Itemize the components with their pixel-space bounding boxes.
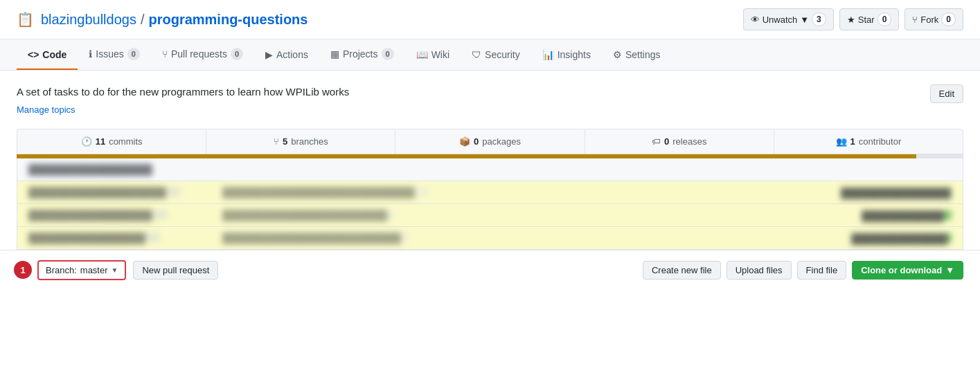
bottom-left: Branch: master ▼ New pull request xyxy=(37,260,218,280)
file-table-header-row: ██████████████████ xyxy=(17,158,963,181)
repo-name-link[interactable]: programming-questions xyxy=(148,12,308,28)
file-name-placeholder: ██████████████████ xyxy=(28,210,167,219)
tab-actions-label: Actions xyxy=(276,49,308,60)
branch-label: Branch: xyxy=(46,265,77,275)
fork-count: 0 xyxy=(941,12,956,26)
clone-label: Clone or download xyxy=(861,265,942,275)
upload-files-button[interactable]: Upload files xyxy=(727,261,792,280)
watch-count: 3 xyxy=(812,12,826,26)
step-badge: 1 xyxy=(14,261,32,279)
file-date-cell: ██████████████ xyxy=(813,233,952,243)
file-date-placeholder: ████████████████ xyxy=(841,188,952,197)
file-date-cell: ████████████████ xyxy=(813,188,952,197)
watch-button[interactable]: 👁 Unwatch ▼ 3 xyxy=(743,8,834,30)
releases-label: releases xyxy=(672,136,706,147)
file-date-placeholder: ████████████ xyxy=(862,210,952,220)
table-row: ████████████████████ ███████████████████… xyxy=(17,181,963,204)
bottom-right: Create new file Upload files Find file C… xyxy=(643,261,963,280)
file-message-cell: ██████████████████████████ xyxy=(222,232,813,244)
packages-stat[interactable]: 📦 0 packages xyxy=(395,129,585,154)
tab-projects[interactable]: ▦ Projects 0 xyxy=(319,39,405,70)
watch-label: Unwatch xyxy=(763,15,798,25)
contributors-icon: 👥 xyxy=(836,136,847,147)
insights-icon: 📊 xyxy=(542,49,554,60)
settings-icon: ⚙ xyxy=(613,49,622,60)
tab-insights[interactable]: 📊 Insights xyxy=(531,41,602,70)
tab-settings-label: Settings xyxy=(625,49,661,60)
repo-description: A set of tasks to do for the new program… xyxy=(17,84,919,115)
star-button[interactable]: ★ Star 0 xyxy=(839,8,900,30)
tab-wiki[interactable]: 📖 Wiki xyxy=(405,41,461,70)
contributors-count: 1 xyxy=(850,136,855,147)
file-date-cell: ████████████ xyxy=(813,210,952,220)
file-name-placeholder: █████████████████ xyxy=(28,232,160,242)
releases-stat[interactable]: 🏷 0 releases xyxy=(585,129,774,154)
tab-issues-label: Issues xyxy=(96,48,123,60)
file-name-cell: ██████████████████ xyxy=(28,210,222,221)
table-row: ██████████████████ █████████████████████… xyxy=(17,204,963,227)
repo-description-text: A set of tasks to do for the new program… xyxy=(17,84,919,100)
file-name-cell: ████████████████████ xyxy=(28,187,222,198)
packages-label: packages xyxy=(482,136,521,147)
tab-code[interactable]: <> Code xyxy=(17,41,78,70)
create-new-file-button[interactable]: Create new file xyxy=(643,261,721,280)
tab-wiki-label: Wiki xyxy=(431,49,449,60)
code-icon: <> xyxy=(28,49,39,60)
tab-pr-label: Pull requests xyxy=(171,48,227,60)
page-wrapper: 📋 blazingbulldogs / programming-question… xyxy=(0,0,980,384)
commits-stat[interactable]: 🕐 11 commits xyxy=(17,129,206,154)
contributors-stat[interactable]: 👥 1 contributor xyxy=(774,129,963,154)
file-message-cell: ████████████████████████ xyxy=(222,210,813,221)
file-date-placeholder: ██████████████ xyxy=(851,233,952,243)
tab-security-label: Security xyxy=(485,49,520,60)
tab-issues[interactable]: ℹ Issues 0 xyxy=(78,39,151,70)
branch-selector-button[interactable]: Branch: master ▼ xyxy=(37,260,126,280)
fork-label: Fork xyxy=(920,15,938,25)
releases-count: 0 xyxy=(664,136,669,147)
find-file-button[interactable]: Find file xyxy=(797,261,847,280)
header-name-cell: ██████████████████ xyxy=(28,164,222,175)
tab-code-label: Code xyxy=(42,49,66,60)
tab-security[interactable]: 🛡 Security xyxy=(461,41,531,70)
eye-icon: 👁 xyxy=(751,15,760,25)
packages-icon: 📦 xyxy=(459,136,470,147)
repo-separator: / xyxy=(141,12,145,28)
file-table: ██████████████████ ████████████████████ … xyxy=(17,158,963,250)
tab-pull-requests[interactable]: ⑂ Pull requests 0 xyxy=(151,39,254,70)
tab-insights-label: Insights xyxy=(558,49,591,60)
edit-button[interactable]: Edit xyxy=(930,84,963,103)
bottom-left-wrapper: 1 Branch: master ▼ New pull request xyxy=(17,260,218,280)
commits-icon: 🕐 xyxy=(81,136,92,147)
repo-description-area: A set of tasks to do for the new program… xyxy=(0,71,980,122)
pr-badge: 0 xyxy=(231,48,243,60)
issues-badge: 0 xyxy=(127,48,140,60)
branch-dropdown-icon: ▼ xyxy=(112,266,118,274)
fork-button[interactable]: ⑂ Fork 0 xyxy=(905,8,963,30)
repo-icon: 📋 xyxy=(17,11,34,28)
new-pull-request-button[interactable]: New pull request xyxy=(133,261,218,280)
branches-stat[interactable]: ⑂ 5 branches xyxy=(206,129,395,154)
tab-actions[interactable]: ▶ Actions xyxy=(254,41,319,70)
clone-or-download-button[interactable]: Clone or download ▼ xyxy=(852,261,963,280)
bottom-toolbar: 1 Branch: master ▼ New pull request Crea… xyxy=(0,250,980,290)
file-message-placeholder: ████████████████████████████ xyxy=(222,187,430,196)
branches-label: branches xyxy=(291,136,328,147)
projects-icon: ▦ xyxy=(330,48,339,60)
star-icon: ★ xyxy=(847,15,855,25)
file-name-cell: █████████████████ xyxy=(28,232,222,244)
branches-count: 5 xyxy=(283,136,287,147)
table-row: █████████████████ ██████████████████████… xyxy=(17,227,963,249)
contributors-label: contributor xyxy=(859,136,901,147)
repo-owner-link[interactable]: blazingbulldogs xyxy=(41,12,136,28)
manage-topics-link[interactable]: Manage topics xyxy=(17,104,75,115)
wiki-icon: 📖 xyxy=(416,49,428,60)
dropdown-icon: ▼ xyxy=(800,15,809,25)
clone-dropdown-icon: ▼ xyxy=(945,265,954,275)
tab-settings[interactable]: ⚙ Settings xyxy=(602,41,672,70)
branches-icon: ⑂ xyxy=(274,136,279,147)
stats-bar: 🕐 11 commits ⑂ 5 branches 📦 0 packages 🏷… xyxy=(17,129,963,154)
pr-icon: ⑂ xyxy=(162,48,168,60)
branch-name: master xyxy=(80,265,108,275)
tab-projects-label: Projects xyxy=(343,48,378,60)
commits-label: commits xyxy=(109,136,142,147)
